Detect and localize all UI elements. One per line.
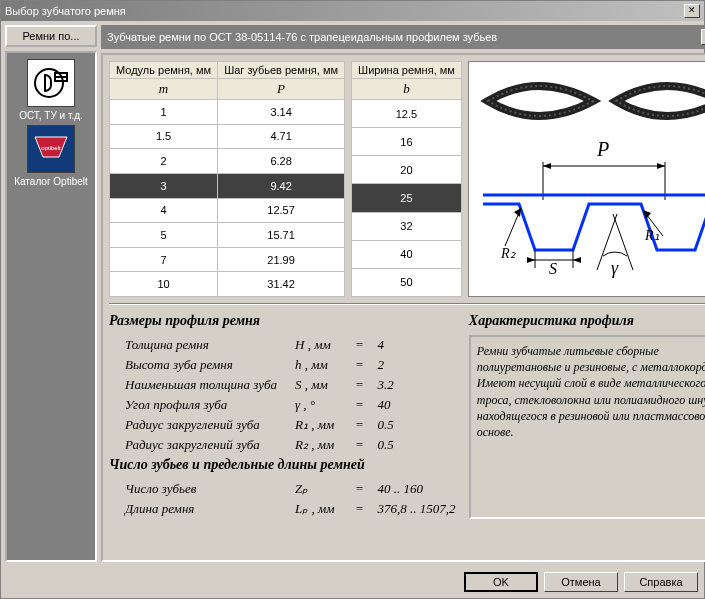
sidebar-item-optibelt[interactable]: optibelt Каталог Optibelt [9, 125, 93, 187]
equals-sign: = [355, 481, 371, 497]
cell-b: 12.5 [352, 100, 462, 128]
col-symbol-b: b [352, 79, 462, 100]
spec-value: 0.5 [371, 417, 394, 433]
col-header-module: Модуль ремня, мм [110, 62, 218, 79]
col-symbol-m: m [110, 79, 218, 100]
spec-value: 3.2 [371, 377, 394, 393]
table-row[interactable]: 50 [352, 268, 462, 296]
cell-p: 4.71 [218, 124, 345, 149]
equals-sign: = [355, 417, 371, 433]
equals-sign: = [355, 337, 371, 353]
equals-sign: = [355, 357, 371, 373]
equals-sign: = [355, 501, 371, 517]
spec-symbol: R₁ , мм [295, 417, 355, 433]
cell-m: 10 [110, 272, 218, 297]
cell-p: 12.57 [218, 198, 345, 223]
cell-b: 25 [352, 184, 462, 212]
sidebar: Ремни по... ОСТ, ТУ и т.д. [5, 25, 97, 562]
ok-button[interactable]: OK [464, 572, 538, 592]
table-row[interactable]: 515.71 [110, 223, 345, 248]
svg-text:optibelt: optibelt [41, 145, 61, 151]
spec-symbol: γ , ° [295, 397, 355, 413]
spec-value: 2 [371, 357, 384, 373]
svg-marker-7 [543, 163, 551, 169]
cell-m: 2 [110, 149, 218, 174]
table-row[interactable]: 25 [352, 184, 462, 212]
svg-text:P: P [596, 140, 609, 160]
dialog-buttons: OK Отмена Справка [1, 566, 704, 598]
titlebar: Выбор зубчатого ремня ✕ [1, 1, 704, 21]
cell-b: 32 [352, 212, 462, 240]
main-panel: Зубчатые ремни по ОСТ 38-05114-76 с трап… [101, 25, 705, 562]
table-row[interactable]: 13.14 [110, 100, 345, 125]
belt-illustration: P [468, 61, 705, 297]
optibelt-icon: optibelt [27, 125, 75, 173]
help-button[interactable]: Справка [624, 572, 698, 592]
ost-cert-icon [27, 59, 75, 107]
cell-p: 21.99 [218, 247, 345, 272]
table-row[interactable]: 26.28 [110, 149, 345, 174]
svg-text:R₁: R₁ [644, 228, 660, 243]
cell-b: 40 [352, 240, 462, 268]
cell-p: 3.14 [218, 100, 345, 125]
section-title: Зубчатые ремни по ОСТ 38-05114-76 с трап… [107, 31, 497, 43]
prev-button[interactable]: ◄ [701, 29, 705, 45]
cell-b: 50 [352, 268, 462, 296]
spec-label: Толщина ремня [125, 337, 295, 353]
table-row[interactable]: 1031.42 [110, 272, 345, 297]
cell-m: 4 [110, 198, 218, 223]
spec-symbol: S , мм [295, 377, 355, 393]
svg-marker-23 [527, 257, 535, 263]
table-row[interactable]: 39.42 [110, 173, 345, 198]
svg-text:γ: γ [611, 258, 619, 278]
cell-m: 3 [110, 173, 218, 198]
limits-title: Число зубьев и предельные длины ремней [109, 457, 459, 473]
table-row[interactable]: 12.5 [352, 100, 462, 128]
svg-text:S: S [549, 260, 557, 277]
module-pitch-table[interactable]: Модуль ремня, мм Шаг зубьев ремня, мм m … [109, 61, 345, 297]
cell-m: 1.5 [110, 124, 218, 149]
sidebar-body: ОСТ, ТУ и т.д. optibelt Каталог Optibelt [5, 51, 97, 562]
spec-row: Длина ремняLₚ , мм= 376,8 .. 1507,2 [109, 499, 459, 519]
sidebar-item-label: ОСТ, ТУ и т.д. [19, 110, 83, 121]
spec-symbol: h , мм [295, 357, 355, 373]
spec-value: 40 .. 160 [371, 481, 423, 497]
spec-row: Толщина ремняH , мм= 4 [109, 335, 459, 355]
equals-sign: = [355, 397, 371, 413]
table-row[interactable]: 32 [352, 212, 462, 240]
svg-text:R₂: R₂ [500, 246, 516, 261]
cell-m: 1 [110, 100, 218, 125]
spec-symbol: Zₚ [295, 481, 355, 497]
table-row[interactable]: 1.54.71 [110, 124, 345, 149]
table-row[interactable]: 721.99 [110, 247, 345, 272]
spec-value: 376,8 .. 1507,2 [371, 501, 456, 517]
svg-marker-24 [573, 257, 581, 263]
table-row[interactable]: 40 [352, 240, 462, 268]
characteristic-title: Характеристика профиля [469, 313, 705, 329]
content-panel: Модуль ремня, мм Шаг зубьев ремня, мм m … [101, 53, 705, 562]
spec-label: Наименьшая толщина зуба [125, 377, 295, 393]
spec-symbol: H , мм [295, 337, 355, 353]
sidebar-item-ost[interactable]: ОСТ, ТУ и т.д. [9, 59, 93, 121]
spec-row: Радиус закруглений зубаR₁ , мм= 0.5 [109, 415, 459, 435]
profile-title: Размеры профиля ремня [109, 313, 459, 329]
col-header-width: Ширина ремня, мм [352, 62, 462, 79]
spec-value: 4 [371, 337, 384, 353]
horizontal-divider [109, 303, 705, 305]
window-title: Выбор зубчатого ремня [5, 5, 126, 17]
table-row[interactable]: 412.57 [110, 198, 345, 223]
spec-symbol: Lₚ , мм [295, 501, 355, 517]
sidebar-header-button[interactable]: Ремни по... [5, 25, 97, 47]
close-icon[interactable]: ✕ [684, 4, 700, 18]
cell-m: 5 [110, 223, 218, 248]
profile-dimensions: Размеры профиля ремня Толщина ремняH , м… [109, 311, 459, 519]
belt-photo-icon [478, 66, 705, 136]
spec-row: Радиус закруглений зубаR₂ , мм= 0.5 [109, 435, 459, 455]
equals-sign: = [355, 437, 371, 453]
sidebar-item-label: Каталог Optibelt [14, 176, 88, 187]
table-row[interactable]: 20 [352, 156, 462, 184]
table-row[interactable]: 16 [352, 128, 462, 156]
width-table[interactable]: Ширина ремня, мм b 12.5162025324050 [351, 61, 462, 297]
col-header-pitch: Шаг зубьев ремня, мм [218, 62, 345, 79]
cancel-button[interactable]: Отмена [544, 572, 618, 592]
